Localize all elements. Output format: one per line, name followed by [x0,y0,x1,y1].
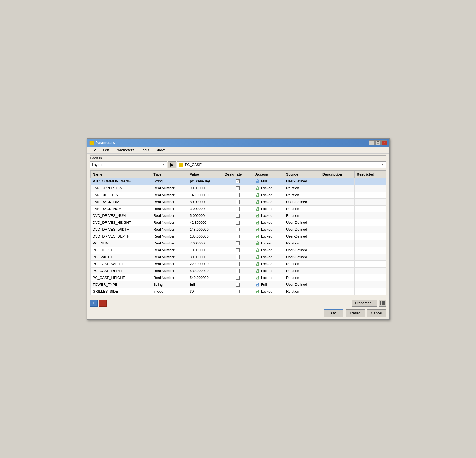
cell-designate[interactable] [222,192,253,198]
cell-designate[interactable] [222,274,253,281]
cell-value: 80.000000 [187,254,222,260]
cell-designate[interactable] [222,226,253,233]
cell-access: Locked [253,274,284,281]
grid-view-button[interactable] [379,300,386,307]
col-designate: Designate [222,171,253,178]
designate-checkbox[interactable] [236,179,240,183]
access-label: Locked [261,276,273,280]
minimize-button[interactable]: — [369,140,375,145]
designate-checkbox[interactable] [236,221,240,225]
table-row[interactable]: FAN_BACK_DIAReal Number80.000000 LockedU… [90,198,386,205]
table-row[interactable]: DVD_DRIVES_HEIGHTReal Number42.300000 Lo… [90,219,386,226]
cell-designate[interactable] [222,260,253,267]
cell-designate[interactable] [222,233,253,240]
restore-button[interactable]: ❐ [375,140,381,145]
cell-designate[interactable] [222,219,253,226]
cell-type: Real Number [151,274,187,281]
designate-checkbox[interactable] [236,207,240,211]
pc-case-dropdown[interactable]: PC_CASE ▼ [177,161,386,168]
cell-designate[interactable] [222,198,253,205]
cell-designate[interactable] [222,288,253,295]
menu-parameters[interactable]: Parameters [115,147,135,153]
cancel-button[interactable]: Cancel [367,309,386,317]
menu-file[interactable]: File [89,147,97,153]
designate-checkbox[interactable] [236,248,240,252]
cell-designate[interactable] [222,254,253,260]
menu-edit[interactable]: Edit [102,147,110,153]
layout-dropdown[interactable]: Layout ▼ [90,161,167,168]
designate-checkbox[interactable] [236,276,240,280]
cell-access: Locked [253,260,284,267]
table-row[interactable]: PCI_WIDTHReal Number80.000000 LockedUser… [90,254,386,260]
cell-source: User-Defined [284,247,320,254]
table-row[interactable]: DVD_DRIVES_WIDTHReal Number148.000000 Lo… [90,226,386,233]
cell-restricted [354,178,386,185]
cell-value: 580.000000 [187,267,222,274]
remove-button[interactable]: − [99,300,107,307]
window-icon [89,141,94,145]
pc-case-label: PC_CASE [185,163,202,167]
designate-checkbox[interactable] [236,283,240,287]
designate-checkbox[interactable] [236,235,240,238]
cell-access: Full [253,178,284,185]
cell-source: Relation [284,192,320,198]
designate-checkbox[interactable] [236,262,240,266]
add-button[interactable]: + [90,300,98,307]
table-row[interactable]: FAN_BACK_NUMReal Number3.000000 LockedRe… [90,205,386,212]
svg-rect-23 [257,257,258,258]
table-row[interactable]: FAN_UPPER_DIAReal Number90.000000 Locked… [90,185,386,192]
svg-rect-21 [257,250,258,251]
designate-checkbox[interactable] [236,255,240,259]
table-row[interactable]: TOWER_TYPEStringfull FullUser-Defined [90,281,386,288]
designate-checkbox[interactable] [236,228,240,231]
designate-checkbox[interactable] [236,214,240,218]
cell-designate[interactable] [222,247,253,254]
cell-description [320,281,354,288]
designate-checkbox[interactable] [236,186,240,190]
close-button[interactable]: ✕ [381,140,387,145]
menu-tools[interactable]: Tools [140,147,150,153]
cell-description [320,185,354,192]
access-label: Locked [261,227,273,231]
table-row[interactable]: DVD_DRIVES_NUMReal Number5.000000 Locked… [90,212,386,219]
menu-show[interactable]: Show [154,147,166,153]
designate-checkbox[interactable] [236,241,240,245]
table-row[interactable]: FAN_SIDE_DIAReal Number140.000000 Locked… [90,192,386,198]
cell-designate[interactable] [222,178,253,185]
cell-name: TOWER_TYPE [90,281,151,288]
ok-button[interactable]: Ok [324,309,343,317]
designate-checkbox[interactable] [236,269,240,273]
cell-designate[interactable] [222,267,253,274]
svg-rect-27 [257,271,258,272]
table-row[interactable]: PC_CASE_WIDTHReal Number220.000000 Locke… [90,260,386,267]
table-row[interactable]: GRILLES_SIDEInteger30 LockedRelation [90,288,386,295]
cell-description [320,205,354,212]
table-row[interactable]: PC_CASE_HEIGHTReal Number540.000000 Lock… [90,274,386,281]
svg-rect-33 [257,292,258,293]
cell-source: User-Defined [284,178,320,185]
cell-designate[interactable] [222,185,253,192]
properties-button[interactable]: Properties... [352,300,377,307]
svg-rect-9 [257,209,258,210]
lock-icon [255,269,260,273]
cell-designate[interactable] [222,205,253,212]
cell-name: PC_CASE_DEPTH [90,267,151,274]
table-row[interactable]: PC_CASE_DEPTHReal Number580.000000 Locke… [90,267,386,274]
reset-button[interactable]: Reset [346,309,365,317]
cell-access: Locked [253,233,284,240]
table-row[interactable]: DVD_DRIVES_DEPTHReal Number185.000000 Lo… [90,233,386,240]
designate-checkbox[interactable] [236,200,240,204]
table-row[interactable]: PCI_HEIGHTReal Number10.000000 LockedUse… [90,247,386,254]
cell-designate[interactable] [222,281,253,288]
cell-value: 220.000000 [187,260,222,267]
cell-designate[interactable] [222,240,253,247]
access-label: Locked [261,262,273,266]
designate-checkbox[interactable] [236,290,240,293]
designate-checkbox[interactable] [236,193,240,197]
cursor-button[interactable]: ▶ [168,161,176,168]
table-row[interactable]: PCI_NUMReal Number7.000000 LockedRelatio… [90,240,386,247]
svg-rect-19 [257,244,258,244]
table-row[interactable]: PTC_COMMON_NAMEStringpc_case.lay FullUse… [90,178,386,185]
cell-access: Locked [253,254,284,260]
cell-designate[interactable] [222,212,253,219]
